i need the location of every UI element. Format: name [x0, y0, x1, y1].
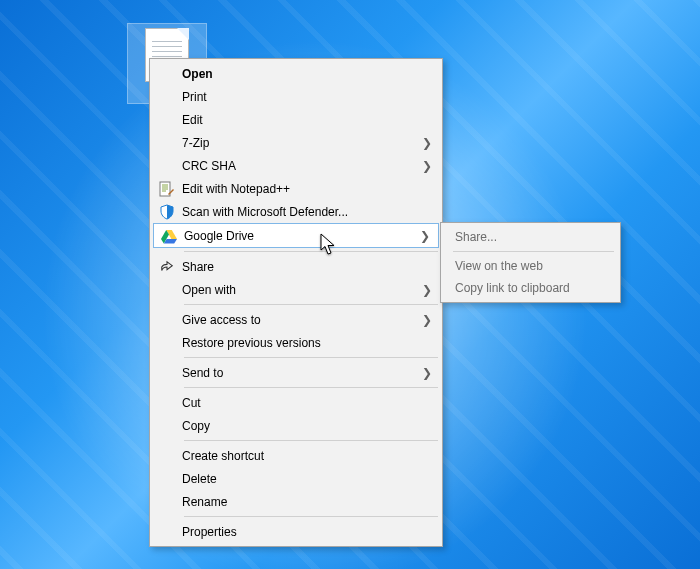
- menu-label: View on the web: [455, 259, 592, 273]
- menu-label: Open: [182, 67, 414, 81]
- menu-separator: [184, 387, 438, 388]
- menu-label: Scan with Microsoft Defender...: [182, 205, 414, 219]
- menu-separator: [184, 357, 438, 358]
- google-drive-submenu: Share... View on the web Copy link to cl…: [440, 222, 621, 303]
- menu-label: Google Drive: [184, 229, 412, 243]
- notepadpp-icon: [159, 181, 175, 197]
- menu-item-open[interactable]: Open: [152, 62, 440, 85]
- menu-separator: [184, 304, 438, 305]
- menu-label: Print: [182, 90, 414, 104]
- submenu-item-view-web[interactable]: View on the web: [443, 255, 618, 277]
- menu-item-give-access[interactable]: Give access to ❯: [152, 308, 440, 331]
- menu-item-restore-versions[interactable]: Restore previous versions: [152, 331, 440, 354]
- menu-label: Copy: [182, 419, 414, 433]
- file-context-menu: Open Print Edit 7-Zip ❯ CRC SHA ❯ Edit w…: [149, 58, 443, 547]
- menu-label: Send to: [182, 366, 414, 380]
- menu-item-open-with[interactable]: Open with ❯: [152, 278, 440, 301]
- menu-label: Give access to: [182, 313, 414, 327]
- submenu-item-copy-link[interactable]: Copy link to clipboard: [443, 277, 618, 299]
- menu-label: Share: [182, 260, 414, 274]
- menu-separator: [184, 516, 438, 517]
- menu-item-scan-defender[interactable]: Scan with Microsoft Defender...: [152, 200, 440, 223]
- submenu-chevron-icon: ❯: [422, 283, 432, 297]
- menu-label: Edit with Notepad++: [182, 182, 414, 196]
- menu-item-rename[interactable]: Rename: [152, 490, 440, 513]
- menu-label: Open with: [182, 283, 414, 297]
- menu-item-properties[interactable]: Properties: [152, 520, 440, 543]
- menu-item-edit-notepadpp[interactable]: Edit with Notepad++: [152, 177, 440, 200]
- menu-item-copy[interactable]: Copy: [152, 414, 440, 437]
- menu-item-google-drive[interactable]: Google Drive ❯: [153, 223, 439, 248]
- menu-label: Share...: [455, 230, 592, 244]
- menu-label: Cut: [182, 396, 414, 410]
- menu-item-crc-sha[interactable]: CRC SHA ❯: [152, 154, 440, 177]
- submenu-chevron-icon: ❯: [422, 366, 432, 380]
- submenu-chevron-icon: ❯: [422, 159, 432, 173]
- submenu-chevron-icon: ❯: [422, 313, 432, 327]
- menu-item-create-shortcut[interactable]: Create shortcut: [152, 444, 440, 467]
- menu-label: Restore previous versions: [182, 336, 414, 350]
- menu-label: CRC SHA: [182, 159, 414, 173]
- menu-item-print[interactable]: Print: [152, 85, 440, 108]
- menu-label: Create shortcut: [182, 449, 414, 463]
- menu-item-send-to[interactable]: Send to ❯: [152, 361, 440, 384]
- menu-separator: [184, 440, 438, 441]
- menu-item-share[interactable]: Share: [152, 255, 440, 278]
- submenu-chevron-icon: ❯: [422, 136, 432, 150]
- menu-label: Properties: [182, 525, 414, 539]
- google-drive-icon: [161, 228, 177, 244]
- menu-label: Copy link to clipboard: [455, 281, 592, 295]
- submenu-item-share[interactable]: Share...: [443, 226, 618, 248]
- menu-label: Rename: [182, 495, 414, 509]
- submenu-chevron-icon: ❯: [420, 229, 430, 243]
- menu-item-cut[interactable]: Cut: [152, 391, 440, 414]
- menu-label: Edit: [182, 113, 414, 127]
- menu-label: Delete: [182, 472, 414, 486]
- defender-shield-icon: [159, 204, 175, 220]
- menu-label: 7-Zip: [182, 136, 414, 150]
- menu-item-edit[interactable]: Edit: [152, 108, 440, 131]
- menu-item-7zip[interactable]: 7-Zip ❯: [152, 131, 440, 154]
- menu-item-delete[interactable]: Delete: [152, 467, 440, 490]
- menu-separator: [184, 251, 438, 252]
- menu-separator: [453, 251, 614, 252]
- share-icon: [160, 260, 174, 274]
